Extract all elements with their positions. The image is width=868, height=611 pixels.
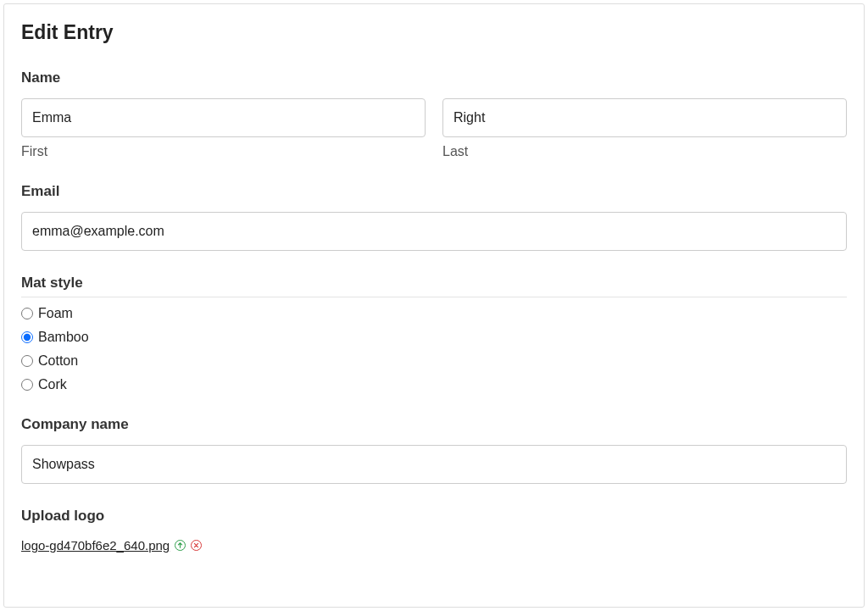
mat-style-radio[interactable] [21,308,33,319]
company-label: Company name [21,416,847,433]
upload-label: Upload logo [21,508,847,525]
delete-icon[interactable] [191,540,202,551]
mat-style-radio[interactable] [21,355,33,367]
page-title: Edit Entry [21,21,847,44]
file-row: logo-gd470bf6e2_640.png [21,538,847,553]
mat-style-option[interactable]: Bamboo [21,330,847,345]
email-input[interactable] [21,212,847,251]
mat-style-option[interactable]: Foam [21,306,847,321]
mat-style-radio[interactable] [21,331,33,343]
company-field-group: Company name [21,416,847,484]
mat-style-field-group: Mat style FoamBambooCottonCork [21,275,847,392]
mat-style-option[interactable]: Cotton [21,353,847,369]
upload-field-group: Upload logo logo-gd470bf6e2_640.png [21,508,847,553]
company-name-input[interactable] [21,445,847,484]
first-name-sublabel: First [21,144,426,159]
mat-style-radio[interactable] [21,379,33,391]
edit-entry-panel: Edit Entry Name First Last Email Mat sty… [3,3,865,608]
mat-style-option-label: Foam [38,306,73,321]
mat-style-option-label: Cork [38,377,67,392]
mat-style-option-label: Bamboo [38,330,89,345]
last-name-input[interactable] [442,98,847,137]
mat-style-radio-list: FoamBambooCottonCork [21,306,847,392]
name-row: First Last [21,98,847,159]
upload-icon[interactable] [175,540,186,551]
name-field-group: Name First Last [21,69,847,159]
mat-style-option-label: Cotton [38,353,78,369]
uploaded-file-link[interactable]: logo-gd470bf6e2_640.png [21,538,170,553]
mat-style-label: Mat style [21,275,847,297]
email-field-group: Email [21,183,847,251]
last-name-sublabel: Last [442,144,847,159]
first-name-col: First [21,98,426,159]
first-name-input[interactable] [21,98,426,137]
mat-style-option[interactable]: Cork [21,377,847,392]
last-name-col: Last [442,98,847,159]
name-label: Name [21,69,847,86]
email-label: Email [21,183,847,200]
